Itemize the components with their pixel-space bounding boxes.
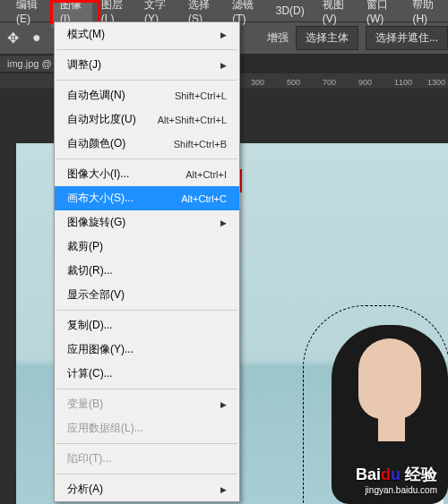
enhance-label: 增强 — [267, 30, 289, 46]
menu-item[interactable]: 图像旋转(G)▶ — [55, 210, 239, 235]
chevron-right-icon: ▶ — [220, 400, 227, 409]
menu-shortcut: Shift+Ctrl+L — [175, 90, 227, 101]
menu-window[interactable]: 窗口(W) — [358, 0, 404, 29]
menu-item-label: 调整(J) — [67, 57, 101, 73]
ruler-mark: 1100 — [394, 78, 412, 87]
menu-item[interactable]: 复制(D)... — [55, 313, 239, 337]
menu-item-label: 应用数据组(L)... — [67, 421, 143, 436]
menu-item: 陷印(T)... — [55, 447, 239, 471]
menu-shortcut: Alt+Ctrl+I — [185, 169, 227, 180]
brush-preset-icon[interactable]: ● — [32, 30, 50, 47]
menu-item[interactable]: 调整(J)▶ — [55, 53, 239, 77]
chevron-right-icon: ▶ — [220, 61, 227, 70]
watermark: Baidu 经验 jingyan.baidu.com — [356, 464, 437, 495]
menu-separator — [56, 310, 237, 311]
menu-item[interactable]: 裁切(R)... — [55, 259, 239, 283]
menu-item-label: 裁切(R)... — [67, 263, 113, 278]
menu-item[interactable]: 自动颜色(O)Shift+Ctrl+B — [55, 132, 239, 156]
menu-item[interactable]: 图像大小(I)...Alt+Ctrl+I — [55, 162, 239, 186]
menu-shortcut: Shift+Ctrl+B — [174, 139, 227, 149]
menu-shortcut: Alt+Shift+Ctrl+L — [158, 115, 227, 125]
ruler-mark: 900 — [358, 78, 372, 87]
menu-separator — [56, 49, 237, 50]
file-tab[interactable]: img.jpg @ — [0, 56, 60, 72]
menu-item-label: 复制(D)... — [67, 318, 113, 333]
menu-separator — [56, 158, 237, 159]
ruler-mark: 1300 — [427, 78, 445, 87]
menu-item: 应用数据组(L)... — [55, 416, 239, 440]
menu-item-label: 自动色调(N) — [67, 88, 125, 103]
watermark-url: jingyan.baidu.com — [356, 485, 437, 495]
select-subject-button[interactable]: 选择主体 — [296, 26, 358, 50]
menu-item-label: 应用图像(Y)... — [67, 342, 134, 357]
ruler-mark: 700 — [323, 78, 336, 87]
ruler-mark: 500 — [287, 78, 300, 87]
image-menu-dropdown: 模式(M)▶调整(J)▶自动色调(N)Shift+Ctrl+L自动对比度(U)A… — [54, 21, 240, 502]
chevron-right-icon: ▶ — [220, 218, 227, 227]
menu-item[interactable]: 画布大小(S)...Alt+Ctrl+C — [55, 186, 239, 210]
menu-item-label: 显示全部(V) — [67, 287, 125, 303]
menu-item[interactable]: 裁剪(P) — [55, 235, 239, 259]
menu-item[interactable]: 应用图像(Y)... — [55, 337, 239, 362]
menu-item-label: 模式(M) — [67, 27, 105, 42]
menu-item[interactable]: 自动对比度(U)Alt+Shift+Ctrl+L — [55, 107, 239, 132]
menu-item-label: 自动颜色(O) — [67, 136, 125, 151]
tool-icon[interactable]: ✥ — [7, 30, 25, 47]
menu-separator — [56, 443, 237, 444]
chevron-right-icon: ▶ — [220, 30, 227, 39]
select-and-mask-button[interactable]: 选择并遮住... — [366, 26, 448, 50]
main-menubar: 编辑(E) 图像(I) 图层(L) 文字(Y) 选择(S) 滤镜(T) 3D(D… — [0, 0, 448, 21]
menu-item-label: 自动对比度(U) — [67, 112, 136, 127]
menu-separator — [56, 80, 237, 81]
menu-item-label: 分析(A) — [67, 482, 103, 497]
menu-separator — [56, 474, 237, 474]
menu-item: 变量(B)▶ — [55, 392, 239, 416]
ruler-mark: 300 — [251, 78, 264, 87]
menu-item[interactable]: 显示全部(V) — [55, 283, 239, 307]
menu-view[interactable]: 视图(V) — [314, 0, 358, 29]
menu-item-label: 图像旋转(G) — [67, 215, 125, 230]
menu-help[interactable]: 帮助(H) — [403, 0, 448, 29]
menu-item-label: 裁剪(P) — [67, 239, 103, 254]
menu-edit[interactable]: 编辑(E) — [7, 0, 51, 29]
menu-item[interactable]: 自动色调(N)Shift+Ctrl+L — [55, 83, 239, 107]
menu-item[interactable]: 计算(C)... — [55, 362, 239, 386]
menu-item-label: 图像大小(I)... — [67, 167, 129, 182]
watermark-logo: Baidu 经验 — [356, 464, 437, 485]
menu-3d[interactable]: 3D(D) — [267, 1, 314, 21]
menu-separator — [56, 389, 237, 389]
menu-item-label: 计算(C)... — [67, 366, 113, 381]
menu-item-label: 陷印(T)... — [67, 451, 111, 466]
menu-item-label: 画布大小(S)... — [67, 191, 134, 206]
menu-item[interactable]: 分析(A)▶ — [55, 477, 239, 501]
menu-item[interactable]: 模式(M)▶ — [55, 22, 239, 47]
menu-item-label: 变量(B) — [67, 397, 103, 412]
chevron-right-icon: ▶ — [220, 485, 227, 494]
menu-shortcut: Alt+Ctrl+C — [181, 193, 227, 204]
